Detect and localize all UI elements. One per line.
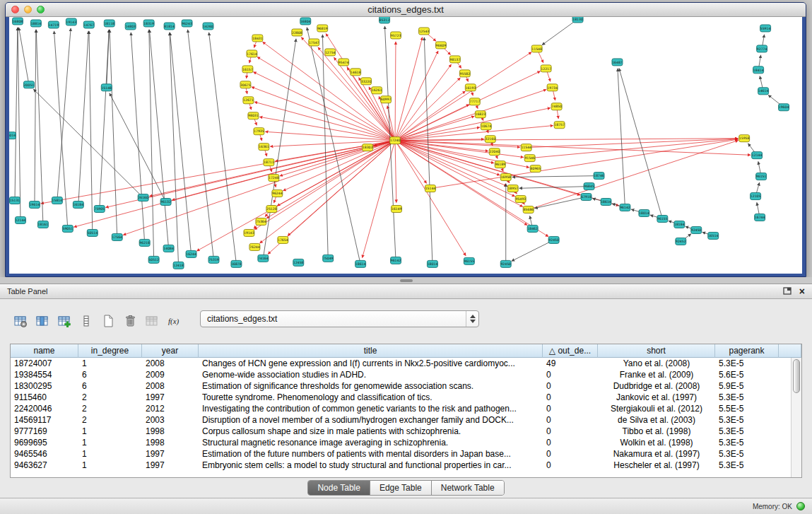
cell-in_degree[interactable]: 6 — [78, 369, 142, 380]
network-node[interactable]: 16193 — [465, 84, 476, 91]
network-node[interactable]: 96609 — [435, 42, 446, 49]
network-node[interactable]: 92774 — [757, 45, 767, 52]
network-node[interactable]: 18130 — [572, 17, 583, 23]
delete-table-icon[interactable] — [122, 313, 138, 329]
network-node[interactable]: 96218 — [139, 239, 150, 246]
cell-pagerank[interactable]: 5.3E-5 — [715, 414, 779, 426]
panel-splitter[interactable] — [0, 277, 812, 284]
column-header-pagerank[interactable]: pagerank — [715, 344, 779, 358]
network-node[interactable]: 19604 — [779, 104, 789, 111]
table-row[interactable]: 1456911722003Disruption of a novel membe… — [11, 414, 791, 426]
network-node[interactable]: 14618 — [351, 69, 361, 76]
cell-name[interactable]: 18300295 — [11, 380, 78, 392]
network-graph[interactable]: 1724018431176141615730675126719803117935… — [9, 17, 802, 274]
network-node[interactable]: 85312 — [379, 17, 390, 23]
cell-short[interactable]: Nakamura et al. (1997) — [598, 448, 715, 460]
network-node[interactable]: 98031 — [248, 112, 259, 119]
network-edge[interactable] — [100, 30, 109, 209]
cell-title[interactable]: Genome-wide association studies in ADHD. — [199, 369, 543, 380]
network-edge[interactable] — [188, 30, 214, 259]
network-edge[interactable] — [395, 52, 531, 141]
network-edge[interactable] — [530, 139, 739, 158]
network-edge[interactable] — [78, 31, 88, 205]
cell-pagerank[interactable]: 5.9E-5 — [715, 380, 779, 392]
network-node[interactable]: 12754 — [325, 49, 336, 56]
cell-name[interactable]: 14569117 — [11, 414, 78, 426]
network-node[interactable]: 15131 — [9, 197, 20, 204]
vertical-scrollbar[interactable] — [791, 358, 801, 477]
network-node[interactable]: 16878 — [231, 260, 242, 267]
network-node[interactable]: 85686 — [523, 206, 534, 214]
network-node[interactable]: 18757 — [554, 122, 565, 129]
network-node[interactable]: 17564 — [112, 233, 122, 240]
network-edge[interactable] — [36, 30, 43, 225]
network-node[interactable]: 16261 — [372, 87, 382, 94]
network-node[interactable]: 33220 — [361, 78, 372, 85]
cell-title[interactable]: Estimation of significance thresholds fo… — [199, 380, 543, 392]
network-node[interactable]: 11548 — [531, 45, 542, 52]
network-node[interactable]: 59051 — [62, 225, 73, 232]
cell-title[interactable]: Estimation of the future numbers of pati… — [199, 448, 543, 460]
network-node[interactable]: 14260 — [203, 23, 213, 30]
network-node[interactable]: 16184 — [73, 201, 83, 209]
network-node[interactable]: 18614 — [601, 199, 611, 206]
network-edge[interactable] — [307, 28, 360, 264]
cell-out_degree[interactable]: 0 — [543, 380, 598, 392]
network-node[interactable]: 18814 — [30, 20, 41, 27]
network-node[interactable]: 18957 — [507, 185, 518, 192]
network-node[interactable]: 60997 — [381, 96, 392, 103]
network-node[interactable]: 12458 — [293, 259, 304, 266]
network-node[interactable]: 16804 — [300, 18, 311, 25]
show-hide-columns-icon[interactable] — [35, 313, 50, 329]
cell-name[interactable]: 19384554 — [11, 369, 78, 380]
cell-out_degree[interactable]: 0 — [543, 392, 598, 403]
function-builder-icon[interactable]: f(x) — [166, 313, 182, 329]
table-row[interactable]: 977716911998Corpus callosum shape and si… — [11, 426, 791, 437]
float-panel-icon[interactable] — [783, 285, 792, 298]
network-node[interactable]: 96151 — [756, 173, 767, 180]
network-edge[interactable] — [395, 51, 438, 141]
network-node[interactable]: 15958 — [739, 135, 750, 142]
network-node[interactable]: 67918 — [581, 194, 592, 201]
cell-short[interactable]: Yano et al. (2008) — [598, 358, 715, 369]
network-edge[interactable] — [19, 28, 29, 85]
cell-title[interactable]: Structural magnetic resonance image aver… — [199, 437, 543, 448]
network-edge[interactable] — [89, 31, 93, 233]
cell-out_degree[interactable]: 0 — [543, 448, 598, 460]
cell-pagerank[interactable]: 5.3E-5 — [715, 448, 779, 460]
import-table-icon[interactable] — [144, 313, 160, 329]
network-edge[interactable] — [33, 89, 143, 197]
network-edge[interactable] — [280, 141, 395, 176]
network-node[interactable]: 98137 — [449, 56, 460, 63]
cell-out_degree[interactable]: 49 — [543, 358, 598, 369]
cell-name[interactable]: 9463627 — [11, 460, 78, 471]
column-header-out_de[interactable]: △ out_de... — [543, 344, 598, 358]
cell-name[interactable]: 9699695 — [11, 437, 78, 448]
cell-in_degree[interactable]: 1 — [78, 448, 142, 460]
network-edge[interactable] — [534, 197, 586, 209]
network-select-dropdown[interactable]: citations_edges.txt — [200, 310, 479, 327]
network-node[interactable]: 92450 — [500, 260, 511, 267]
network-node[interactable]: 96243 — [182, 20, 192, 27]
network-node[interactable]: 96132 — [160, 199, 171, 206]
cell-year[interactable]: 1998 — [142, 437, 199, 448]
table-row[interactable]: 1872400712008Changes of HCN gene express… — [11, 358, 791, 369]
network-edge[interactable] — [209, 33, 237, 264]
network-node[interactable]: 96819 — [317, 25, 328, 32]
network-node[interactable]: 75905 — [94, 206, 105, 213]
network-edge[interactable] — [526, 139, 738, 148]
network-node[interactable]: 14719 — [48, 21, 59, 28]
network-node[interactable]: 74164 — [258, 255, 269, 262]
network-node[interactable]: 95474 — [339, 59, 349, 66]
row-tools-icon[interactable] — [78, 313, 94, 329]
network-node[interactable]: 92450 — [691, 226, 702, 233]
column-header-in_degree[interactable]: in_degree — [78, 344, 142, 358]
network-node[interactable]: 96845 — [584, 183, 594, 190]
network-edge[interactable] — [395, 90, 546, 141]
network-node[interactable]: 10674 — [481, 123, 491, 130]
cell-pagerank[interactable]: 5.3E-5 — [715, 437, 779, 448]
cell-name[interactable]: 22420046 — [11, 403, 78, 414]
network-node[interactable]: 12671 — [243, 97, 254, 104]
network-node[interactable]: 55914 — [760, 25, 771, 32]
network-node[interactable]: 12105 — [751, 193, 761, 200]
